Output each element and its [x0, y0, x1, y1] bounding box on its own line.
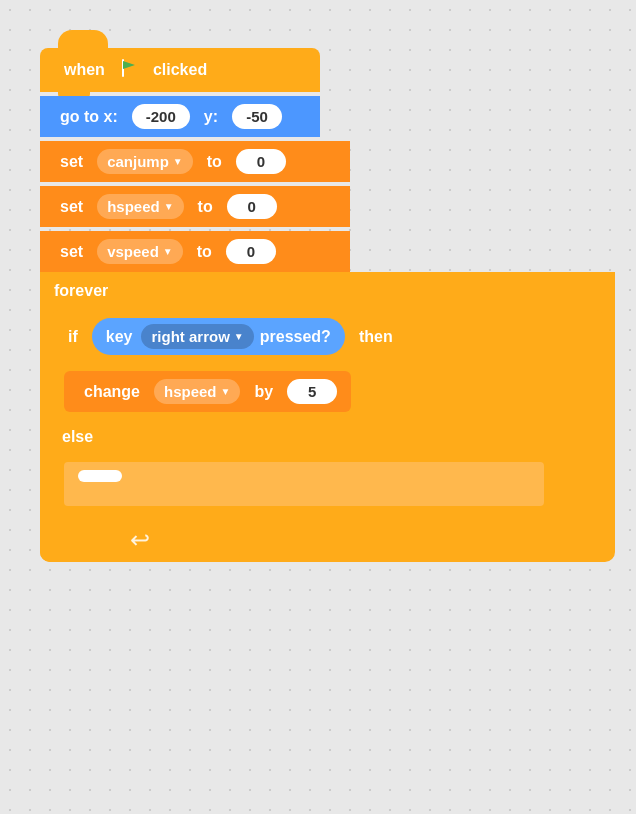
- goto-label: go to x:: [60, 108, 118, 126]
- set-label-1: set: [60, 153, 83, 171]
- forever-inner: if key right arrow ▼ pressed? then chang…: [52, 310, 603, 518]
- vspeed-value[interactable]: 0: [226, 239, 276, 264]
- hat-bump: [58, 30, 108, 50]
- by-label: by: [254, 383, 273, 401]
- set-vspeed-block[interactable]: set vspeed ▼ to 0: [40, 231, 350, 272]
- canjump-dropdown[interactable]: canjump ▼: [97, 149, 193, 174]
- key-dropdown-arrow: ▼: [234, 331, 244, 342]
- to-label-3: to: [197, 243, 212, 261]
- forever-header: forever: [40, 272, 615, 310]
- forever-footer: ↩: [40, 518, 240, 562]
- when-label: when: [64, 61, 105, 79]
- dropdown-arrow-3: ▼: [163, 246, 173, 257]
- flag-icon: [119, 58, 139, 82]
- else-body: [64, 454, 603, 514]
- change-value[interactable]: 5: [287, 379, 337, 404]
- blocks-container: when clicked go to x: -200 y: -50 set ca…: [40, 30, 615, 562]
- if-then-block[interactable]: if key right arrow ▼ pressed? then: [52, 310, 603, 363]
- key-dropdown[interactable]: right arrow ▼: [141, 324, 253, 349]
- hspeed-value-1[interactable]: 0: [227, 194, 277, 219]
- goto-x-value[interactable]: -200: [132, 104, 190, 129]
- set-label-2: set: [60, 198, 83, 216]
- to-label-2: to: [198, 198, 213, 216]
- dropdown-arrow-1: ▼: [173, 156, 183, 167]
- goto-block[interactable]: go to x: -200 y: -50: [40, 96, 320, 137]
- dropdown-arrow-2: ▼: [164, 201, 174, 212]
- goto-y-label: y:: [204, 108, 218, 126]
- key-label: key: [106, 328, 133, 346]
- clicked-label: clicked: [153, 61, 207, 79]
- condition-block[interactable]: key right arrow ▼ pressed?: [92, 318, 345, 355]
- vspeed-dropdown[interactable]: vspeed ▼: [97, 239, 183, 264]
- else-empty-slot: [64, 462, 544, 506]
- change-label: change: [84, 383, 140, 401]
- repeat-arrow-icon: ↩: [130, 526, 150, 554]
- change-hspeed-block[interactable]: change hspeed ▼ by 5: [64, 371, 351, 412]
- hspeed-dropdown-2[interactable]: hspeed ▼: [154, 379, 240, 404]
- set-hspeed-block[interactable]: set hspeed ▼ to 0: [40, 186, 350, 227]
- hspeed-dropdown-1[interactable]: hspeed ▼: [97, 194, 183, 219]
- if-label: if: [68, 328, 78, 346]
- change-dropdown-arrow: ▼: [221, 386, 231, 397]
- then-body: change hspeed ▼ by 5: [64, 363, 603, 420]
- canjump-value[interactable]: 0: [236, 149, 286, 174]
- then-label: then: [359, 328, 393, 346]
- when-flag-clicked-block[interactable]: when clicked: [40, 48, 320, 92]
- set-canjump-block[interactable]: set canjump ▼ to 0: [40, 141, 350, 182]
- goto-y-value[interactable]: -50: [232, 104, 282, 129]
- notch-indicator: [78, 470, 122, 482]
- to-label-1: to: [207, 153, 222, 171]
- forever-block: forever if key right arrow ▼ pressed? th…: [40, 272, 615, 562]
- set-label-3: set: [60, 243, 83, 261]
- else-block: else: [52, 420, 603, 454]
- pressed-label: pressed?: [260, 328, 331, 346]
